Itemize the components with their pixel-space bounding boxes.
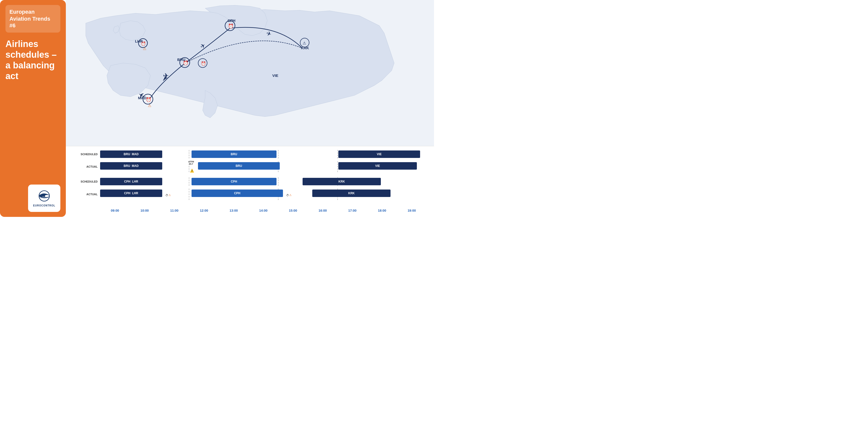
row-separator [73,174,427,176]
subtitle: Airlines schedules – a balancing act [5,38,60,82]
block-vie-act: VIE [338,162,416,170]
time-12: 12:00 [189,209,219,212]
left-panel: European Aviation Trends #6 Airlines sch… [0,0,66,217]
block-krk-sch: KRK [303,178,381,185]
right-panel: ✈ ✈ ✈ ✈ ⏰ CPH ⏰ LHR ⚠ ⏰ BRU ⏰ [66,0,434,217]
svg-text:⏰: ⏰ [201,61,206,66]
time-axis: 09:00 10:00 11:00 12:00 13:00 14:00 15:0… [100,209,427,212]
svg-text:⏰: ⏰ [146,97,152,103]
time-11: 11:00 [159,209,189,212]
block-bru-act: BRU [198,162,280,170]
svg-text:✈: ✈ [163,72,169,80]
label-actual-1: ACTUAL [73,165,100,168]
time-10: 10:00 [130,209,159,212]
delay-icon-2: ⏱⚠ [286,194,292,197]
svg-text:⚠: ⚠ [143,46,146,51]
track-scheduled-2: CPH LHR CPH KRK [100,177,427,186]
title-box: European Aviation Trends #6 [5,5,60,33]
time-18: 18:00 [367,209,397,212]
div-col-1 [189,150,189,158]
svg-text:CPH: CPH [227,19,236,23]
div-col-1b [189,177,189,186]
svg-text:LHR: LHR [135,39,143,43]
svg-text:MAD: MAD [138,96,146,100]
div-col-1c [189,189,189,200]
block-bru-mad-sch: BRU MAD [100,150,162,158]
eurocontrol-logo-icon [35,190,53,203]
svg-text:VIE: VIE [272,74,278,78]
block-cph-sch: CPH [191,178,277,185]
row-actual-cph: ACTUAL CPH LHR ⏱⚠ CPH [73,188,427,200]
europe-map: ✈ ✈ ✈ ✈ ⏰ CPH ⏰ LHR ⚠ ⏰ BRU ⏰ [66,0,434,146]
time-19: 19:00 [397,209,427,212]
block-cph-act: CPH [191,190,283,197]
block-vie-sch: VIE [338,150,420,158]
timeline-area: 09:00 10:00 11:00 12:00 13:00 14:00 15:0… [66,146,434,217]
time-14: 14:00 [248,209,278,212]
atfm-label: ATFMDLY [188,161,194,165]
block-cph-lhr-act: CPH LHR [100,190,162,197]
time-15: 15:00 [278,209,308,212]
svg-point-2 [43,195,45,197]
time-13: 13:00 [219,209,248,212]
label-scheduled-2: SCHEDULED [73,180,100,183]
label-scheduled-1: SCHEDULED [73,153,100,156]
div-col-3a [337,161,338,172]
block-krk-act: KRK [312,190,391,197]
row-scheduled-cph: SCHEDULED CPH LHR CPH KRK [73,177,427,186]
time-16: 16:00 [308,209,337,212]
block-bru-sch: BRU [191,150,277,158]
svg-text:⚠: ⚠ [148,103,151,108]
delay-icon-1: ⏱⚠ [165,194,171,197]
block-bru-mad-act: BRU MAD [100,162,162,170]
row-scheduled-bru: SCHEDULED BRU MAD BRU VIE [73,149,427,159]
svg-text:BRU: BRU [177,57,186,62]
track-actual-2: CPH LHR ⏱⚠ CPH ⏱⚠ KRK [100,189,427,200]
track-scheduled-1: BRU MAD BRU VIE [100,150,427,158]
label-actual-2: ACTUAL [73,193,100,196]
logo-label: EUROCONTROL [33,204,55,207]
svg-text:⚠: ⚠ [303,41,306,45]
row-actual-bru: ACTUAL BRU MAD ATFMDLY ⚠️ BRU [73,161,427,173]
time-17: 17:00 [338,209,367,212]
svg-text:⏰: ⏰ [228,23,234,29]
main-title: European Aviation Trends #6 [9,8,56,29]
time-09: 09:00 [100,209,130,212]
div-col-2b [278,177,278,186]
track-actual-1: BRU MAD ATFMDLY ⚠️ BRU VIE [100,161,427,172]
div-col-3 [337,150,338,158]
atfm-warning-icon: ⚠️ [190,169,194,173]
div-col-2 [278,150,278,158]
map-area: ✈ ✈ ✈ ✈ ⏰ CPH ⏰ LHR ⚠ ⏰ BRU ⏰ [66,0,434,146]
logo-box: EUROCONTROL [28,184,60,212]
block-cph-lhr-sch: CPH LHR [100,178,162,185]
